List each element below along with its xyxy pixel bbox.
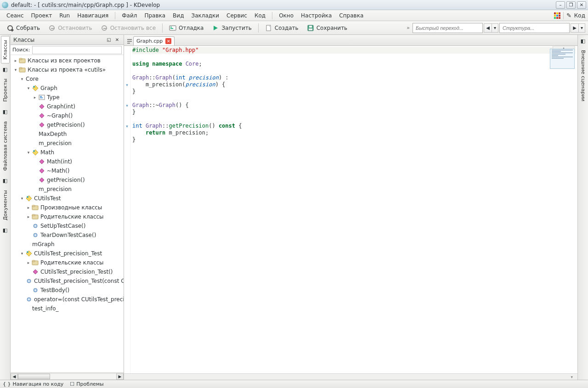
menu-code-right[interactable]: Код	[574, 12, 585, 19]
tree-row[interactable]: test_info_	[11, 304, 124, 313]
tree-twisty[interactable]: ▾	[25, 150, 32, 155]
tree-twisty[interactable]: ▾	[25, 86, 32, 90]
panel-close-button[interactable]: ✕	[113, 37, 121, 43]
tree-row[interactable]: ▾CUtilsTest_precision_Test	[11, 249, 124, 258]
panel-hscrollbar[interactable]: ◀ ▶	[11, 372, 124, 380]
menu-project[interactable]: Проект	[28, 11, 56, 20]
hscroll-left-button[interactable]: ◀	[11, 373, 18, 380]
tree-twisty[interactable]: ▾	[19, 77, 25, 81]
hscroll-track[interactable]	[18, 373, 116, 380]
stop-button[interactable]: Остановить	[45, 23, 96, 33]
fold-gutter[interactable]: ▾▾▾	[124, 46, 130, 373]
menu-file[interactable]: Файл	[118, 11, 141, 20]
tree-twisty[interactable]: ▸	[25, 205, 32, 210]
tree-row[interactable]: TestBody()	[11, 286, 124, 295]
tree-row[interactable]: ~Graph()	[11, 111, 124, 120]
menu-run[interactable]: Run	[56, 11, 74, 20]
vtab-external-scripts[interactable]: Внешние сценарии	[579, 46, 588, 106]
save-button[interactable]: Сохранить	[303, 23, 351, 33]
tree-row[interactable]: MaxDepth	[11, 129, 124, 139]
tree-twisty[interactable]: ▸	[25, 260, 32, 265]
maximize-button[interactable]: ❐	[566, 1, 576, 9]
close-window-button[interactable]: ✕	[577, 1, 586, 9]
nav-forward-button[interactable]: ▶	[571, 23, 579, 33]
tree-row[interactable]: getPrecision()	[11, 120, 124, 129]
tree-row[interactable]: ▸Type	[11, 93, 124, 102]
code-line[interactable]	[132, 116, 576, 123]
editor-tab[interactable]: Graph.cpp ✕	[133, 36, 175, 45]
debug-button[interactable]: Отладка	[165, 23, 207, 33]
hscroll-right-button[interactable]: ▶	[116, 373, 124, 380]
vtab-documents[interactable]: Документы	[1, 186, 10, 225]
panel-detach-button[interactable]: ◱	[105, 37, 113, 43]
menu-tools[interactable]: Сервис	[223, 11, 251, 20]
fold-marker[interactable]: ▾	[124, 123, 130, 129]
minimize-button[interactable]: –	[556, 1, 565, 9]
create-button[interactable]: Создать	[261, 23, 302, 33]
menu-navigation[interactable]: Навигация	[74, 11, 112, 20]
run-button[interactable]: Запустить	[208, 23, 255, 33]
nav-dropdown-button[interactable]: ▾	[492, 23, 498, 33]
tree-twisty[interactable]: ▾	[19, 196, 25, 201]
tree-row[interactable]: ▸Производные классы	[11, 203, 124, 212]
nav-forward-dropdown[interactable]: ▾	[579, 23, 585, 33]
code-line[interactable]	[132, 95, 576, 102]
menu-view[interactable]: Вид	[169, 11, 187, 20]
class-search-input[interactable]	[32, 46, 122, 54]
code-line[interactable]: Graph::~Graph() {	[132, 102, 576, 109]
tree-twisty[interactable]: ▾	[19, 251, 25, 256]
menu-session[interactable]: Сеанс	[3, 11, 28, 20]
vtab-projects[interactable]: Проекты	[1, 74, 10, 106]
structure-input[interactable]	[499, 23, 570, 33]
menu-settings[interactable]: Настройка	[297, 11, 335, 20]
tree-row[interactable]: ~Math()	[11, 166, 124, 175]
minimap[interactable]	[550, 49, 575, 69]
tree-row[interactable]: getPrecision()	[11, 175, 124, 185]
tree-row[interactable]: ▸Родительские классы	[11, 258, 124, 267]
code-line[interactable]: m_precision(precision) {	[132, 81, 576, 88]
editor-scroll-down[interactable]: ▾	[124, 373, 577, 380]
tree-row[interactable]: TearDownTestCase()	[11, 231, 124, 240]
tree-twisty[interactable]: ▸	[12, 58, 19, 63]
tree-row[interactable]: ▾Graph	[11, 84, 124, 93]
menu-edit[interactable]: Правка	[141, 11, 169, 20]
tree-twisty[interactable]: ▾	[12, 67, 19, 72]
tree-row[interactable]: SetUpTestCase()	[11, 221, 124, 231]
toolbar-overflow[interactable]: »	[405, 25, 412, 31]
code-line[interactable]: return m_precision;	[132, 129, 576, 136]
code-line[interactable]	[132, 67, 576, 74]
code-line[interactable]: }	[132, 109, 576, 116]
hscroll-thumb[interactable]	[18, 374, 50, 379]
quick-jump-input[interactable]	[413, 23, 483, 33]
code-line[interactable]: Graph::Graph(int precision) :	[132, 74, 576, 81]
fold-marker[interactable]: ▾	[124, 81, 130, 88]
vtab-filesystem[interactable]: Файловая система	[1, 117, 10, 175]
code-line[interactable]: }	[132, 136, 576, 143]
tab-close-button[interactable]: ✕	[165, 38, 171, 44]
tree-row[interactable]: ▾Классы из проекта «cutils»	[11, 65, 124, 74]
tree-row[interactable]: ▸Родительские классы	[11, 212, 124, 221]
tree-row[interactable]: Math(int)	[11, 157, 124, 166]
tree-row[interactable]: ▾Core	[11, 74, 124, 84]
stop-all-button[interactable]: Остановить все	[97, 23, 159, 33]
tree-row[interactable]: m_precision	[11, 139, 124, 148]
tree-row[interactable]: m_precision	[11, 185, 124, 194]
status-code-navigation[interactable]: { } Навигация по коду	[3, 381, 63, 387]
pencil-icon[interactable]: ✎	[566, 12, 571, 19]
menu-help[interactable]: Справка	[335, 11, 367, 20]
code-line[interactable]	[132, 54, 576, 61]
menu-code[interactable]: Код	[251, 11, 269, 20]
nav-back-button[interactable]: ◀	[484, 23, 492, 33]
menu-window[interactable]: Окно	[275, 11, 297, 20]
menu-bookmarks[interactable]: Закладки	[187, 11, 223, 20]
tree-row[interactable]: mGraph	[11, 240, 124, 249]
tree-row[interactable]: ▾CUtilsTest	[11, 194, 124, 203]
tree-twisty[interactable]: ▸	[32, 95, 38, 100]
vtab-classes[interactable]: Классы	[1, 36, 10, 63]
build-button[interactable]: Собрать	[3, 23, 44, 33]
status-problems[interactable]: ☐ Проблемы	[70, 381, 103, 387]
tree-row[interactable]: ▾Math	[11, 148, 124, 157]
tree-row[interactable]: operator=(const CUtilsTest_precision_Tes…	[11, 295, 124, 304]
code-line[interactable]: }	[132, 88, 576, 95]
tab-list-icon[interactable]	[126, 36, 133, 45]
